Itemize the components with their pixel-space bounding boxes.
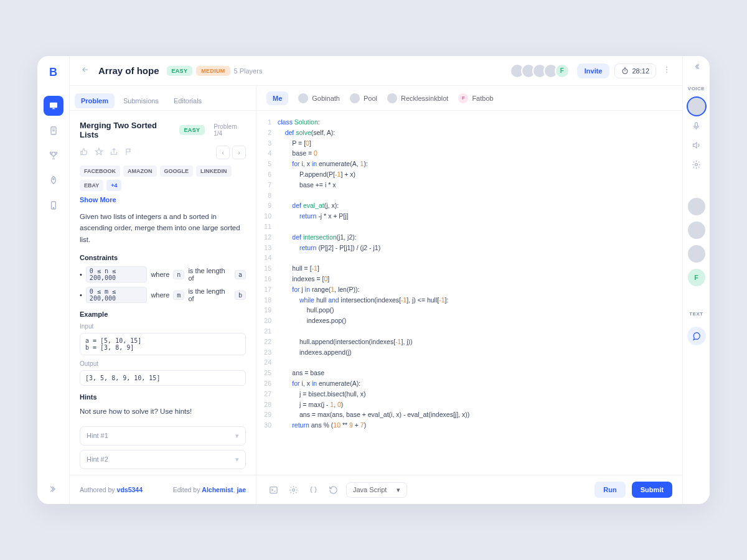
tab-problem[interactable]: Problem: [75, 93, 115, 108]
left-rail: B: [37, 56, 70, 504]
problem-difficulty-badge: EASY: [179, 125, 205, 135]
speaker-icon[interactable]: [692, 141, 701, 152]
company-tag-more[interactable]: +4: [106, 180, 121, 191]
run-button[interactable]: Run: [594, 482, 625, 498]
language-select[interactable]: Java Script▾: [346, 482, 407, 498]
avatar-icon: [350, 93, 360, 103]
avatar-icon: [298, 93, 308, 103]
next-problem-button[interactable]: ›: [232, 146, 246, 159]
svg-rect-0: [50, 103, 57, 108]
tab-submissions[interactable]: Submisions: [117, 93, 165, 108]
settings-icon[interactable]: [286, 483, 300, 497]
svg-point-7: [666, 69, 667, 70]
author-link[interactable]: vds5344: [117, 486, 143, 493]
voice-avatar[interactable]: F: [688, 269, 705, 286]
company-tag[interactable]: FACEBOOK: [80, 166, 120, 177]
company-tag[interactable]: LINKEDIN: [196, 166, 232, 177]
svg-point-8: [666, 72, 667, 73]
timer[interactable]: 28:12: [614, 63, 656, 78]
problem-counter: Problem 1/4: [214, 123, 246, 137]
avatar-stack: F: [514, 63, 570, 78]
company-tag[interactable]: AMAZON: [123, 166, 157, 177]
session-title: Array of hope: [98, 65, 159, 76]
editor-link[interactable]: jae: [237, 486, 246, 493]
share-icon[interactable]: [110, 147, 118, 158]
mic-icon[interactable]: [692, 121, 701, 133]
voice-avatar[interactable]: [688, 198, 705, 215]
constraint-item: 0 ≤ n ≤ 200,000wherenis the length ofa: [80, 266, 246, 282]
nav-chat-icon[interactable]: [44, 96, 63, 116]
terminal-icon[interactable]: [266, 483, 280, 497]
chevron-down-icon: ▾: [235, 432, 239, 440]
editor-panel: Me Gobinath Pool Recklessinkblot FFatbob…: [256, 86, 682, 475]
like-icon[interactable]: [80, 147, 88, 158]
difficulty-easy-badge: EASY: [167, 66, 193, 76]
svg-point-2: [53, 179, 54, 180]
player-tab-me[interactable]: Me: [266, 91, 288, 105]
svg-point-6: [666, 66, 667, 67]
back-icon[interactable]: [81, 65, 90, 77]
gear-icon[interactable]: [692, 160, 701, 172]
company-tag[interactable]: GOOGLE: [160, 166, 194, 177]
player-tab[interactable]: FFatbob: [458, 93, 493, 103]
prev-problem-button[interactable]: ‹: [216, 146, 230, 159]
line-gutter: 1234567891011121314151617181920212223242…: [256, 117, 278, 469]
collapse-rail-icon[interactable]: [692, 62, 701, 73]
nav-trophy-icon[interactable]: [44, 146, 63, 166]
input-label: Input: [80, 323, 246, 330]
tab-editorials[interactable]: Editorials: [167, 93, 208, 108]
editor-link[interactable]: Alchemist: [202, 486, 233, 493]
player-tab[interactable]: Pool: [350, 93, 377, 103]
problem-description: Given two lists of integers a and b sort…: [80, 211, 246, 245]
reset-icon[interactable]: [326, 483, 340, 497]
nav-rocket-icon[interactable]: [44, 170, 63, 190]
chat-icon[interactable]: [687, 327, 706, 345]
output-label: Output: [80, 360, 246, 367]
voice-avatar-speaking[interactable]: [688, 98, 705, 115]
company-tag[interactable]: EBAY: [80, 180, 103, 191]
avatar[interactable]: F: [555, 63, 570, 78]
invite-button[interactable]: Invite: [577, 63, 610, 78]
constraint-item: 0 ≤ m ≤ 200,000wheremis the length ofb: [80, 287, 246, 303]
text-label: TEXT: [689, 311, 703, 317]
chevron-down-icon: ▾: [397, 486, 400, 494]
star-icon[interactable]: [95, 147, 103, 158]
svg-point-10: [292, 488, 294, 491]
avatar-icon: F: [458, 93, 468, 103]
svg-point-12: [695, 164, 698, 166]
hint-dropdown[interactable]: Hint #1▾: [80, 426, 246, 446]
code-content: class Solution: def solve(self, A): P = …: [278, 117, 682, 469]
chevron-down-icon: ▾: [235, 455, 239, 464]
more-icon[interactable]: [662, 65, 671, 77]
show-more-link[interactable]: Show More: [80, 196, 246, 203]
right-rail: VOICE F TEXT: [682, 56, 710, 504]
hints-heading: Hints: [80, 393, 246, 401]
constraints-heading: Constraints: [80, 254, 246, 261]
hints-text: Not sure how to solve it? Use hints!: [80, 406, 246, 417]
player-tab[interactable]: Gobinath: [298, 93, 340, 103]
player-count: 5 Players: [234, 67, 263, 75]
submit-button[interactable]: Submit: [632, 482, 672, 498]
example-heading: Example: [80, 310, 246, 318]
voice-avatar[interactable]: [688, 222, 705, 239]
svg-point-4: [53, 207, 54, 208]
authored-label: Authored by: [80, 486, 115, 493]
nav-phone-icon[interactable]: [44, 195, 63, 215]
expand-rail-icon[interactable]: [44, 479, 63, 499]
hint-dropdown[interactable]: Hint #2▾: [80, 450, 246, 469]
problem-panel: Problem Submisions Editorials Merging Tw…: [70, 86, 256, 475]
topbar: Array of hope EASY MEDIUM 5 Players F In…: [70, 56, 682, 86]
svg-rect-11: [695, 123, 698, 127]
example-output: [3, 5, 8, 9, 10, 15]: [80, 370, 246, 386]
braces-icon[interactable]: [306, 483, 320, 497]
code-editor[interactable]: 1234567891011121314151617181920212223242…: [256, 111, 682, 475]
player-tab[interactable]: Recklessinkblot: [387, 93, 448, 103]
app-logo[interactable]: B: [45, 63, 62, 81]
stopwatch-icon: [621, 67, 629, 75]
flag-icon[interactable]: [125, 147, 133, 158]
problem-title: Merging Two Sorted Lists: [80, 121, 174, 139]
voice-avatar[interactable]: [688, 245, 705, 263]
svg-rect-9: [270, 487, 276, 493]
nav-doc-icon[interactable]: [44, 121, 63, 141]
difficulty-medium-badge: MEDIUM: [196, 66, 230, 76]
